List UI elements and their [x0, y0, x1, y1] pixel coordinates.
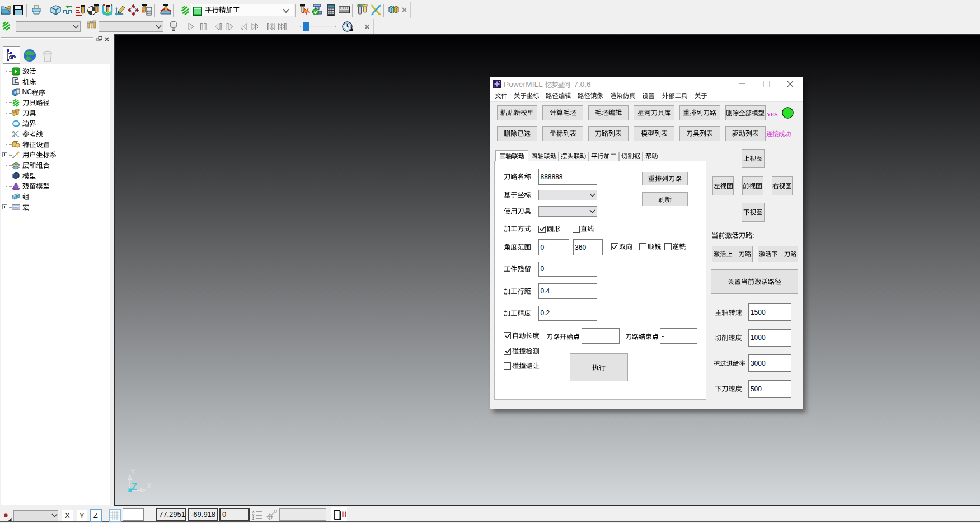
- svg-text:z: z: [252, 516, 254, 520]
- svg-text:X: X: [147, 482, 152, 490]
- svg-text:Z: Z: [132, 482, 137, 492]
- svg-text:Y: Y: [130, 467, 135, 475]
